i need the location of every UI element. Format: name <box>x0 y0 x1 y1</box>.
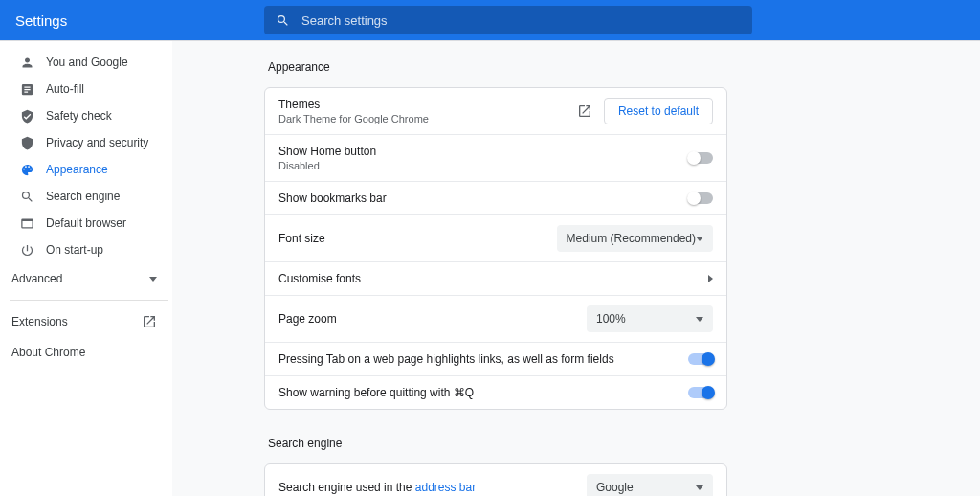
zoom-value: 100% <box>596 312 626 326</box>
quit-toggle[interactable] <box>688 387 713 398</box>
search-icon <box>276 13 290 28</box>
open-external-icon <box>142 314 157 329</box>
sidebar-advanced[interactable]: Advanced <box>0 263 172 294</box>
chevron-down-icon <box>149 277 157 282</box>
power-icon <box>19 242 34 258</box>
autofill-icon <box>19 81 34 97</box>
sidebar: You and Google Auto-fill Safety check Pr… <box>0 41 172 496</box>
section-title-appearance: Appearance <box>268 60 980 74</box>
search-container[interactable] <box>264 6 752 34</box>
chevron-down-icon <box>696 485 703 490</box>
sidebar-item-startup[interactable]: On start-up <box>0 237 165 263</box>
bookmarks-label: Show bookmarks bar <box>278 192 688 205</box>
zoom-select[interactable]: 100% <box>587 305 713 332</box>
row-quit-warning: Show warning before quitting with ⌘Q <box>265 375 726 409</box>
sidebar-extensions-label: Extensions <box>11 315 68 328</box>
search-input[interactable] <box>301 13 741 28</box>
fontsize-label: Font size <box>278 232 557 245</box>
address-bar-link[interactable]: address bar <box>415 481 476 494</box>
sidebar-item-default-browser[interactable]: Default browser <box>0 210 165 237</box>
chevron-down-icon <box>696 317 703 322</box>
row-page-zoom: Page zoom 100% <box>265 295 726 342</box>
quit-label: Show warning before quitting with ⌘Q <box>278 386 688 399</box>
themes-sub: Dark Theme for Google Chrome <box>278 113 577 124</box>
sidebar-item-label: Search engine <box>46 190 120 203</box>
zoom-label: Page zoom <box>278 312 587 326</box>
sidebar-item-label: You and Google <box>46 56 128 69</box>
person-icon <box>19 55 34 70</box>
sidebar-about-label: About Chrome <box>11 346 85 359</box>
section-title-search: Search engine <box>268 437 980 450</box>
search-engine-value: Google <box>596 481 634 494</box>
sidebar-item-privacy[interactable]: Privacy and security <box>0 129 165 156</box>
shield-icon <box>19 135 34 150</box>
search-icon <box>19 189 34 204</box>
main-content: Appearance Themes Dark Theme for Google … <box>172 41 980 496</box>
chevron-down-icon <box>696 237 703 241</box>
shield-check-icon <box>19 108 34 124</box>
sidebar-about[interactable]: About Chrome <box>0 337 172 368</box>
sidebar-item-appearance[interactable]: Appearance <box>0 156 165 183</box>
fontsize-select[interactable]: Medium (Recommended) <box>557 225 713 252</box>
home-toggle[interactable] <box>688 152 713 164</box>
palette-icon <box>19 162 34 177</box>
tab-toggle[interactable] <box>688 353 713 365</box>
chevron-right-icon <box>708 275 713 282</box>
sidebar-item-safety-check[interactable]: Safety check <box>0 102 165 129</box>
customfonts-label: Customise fonts <box>278 272 708 285</box>
themes-label: Themes <box>278 98 577 111</box>
sidebar-item-label: Appearance <box>46 163 108 176</box>
browser-icon <box>19 215 34 231</box>
sidebar-item-label: Default browser <box>46 216 126 230</box>
sidebar-item-label: Privacy and security <box>46 136 148 149</box>
sidebar-item-label: Auto-fill <box>46 82 84 96</box>
row-font-size: Font size Medium (Recommended) <box>265 214 726 261</box>
sidebar-item-label: Safety check <box>46 109 112 123</box>
sidebar-item-search-engine[interactable]: Search engine <box>0 183 165 210</box>
fontsize-value: Medium (Recommended) <box>567 232 696 245</box>
search-used-prefix: Search engine used in the <box>278 481 415 494</box>
search-card: Search engine used in the address bar Go… <box>264 463 727 496</box>
sidebar-item-label: On start-up <box>46 243 103 257</box>
open-external-icon[interactable] <box>577 103 592 119</box>
row-home-button: Show Home button Disabled <box>265 134 726 181</box>
home-label: Show Home button <box>278 145 688 158</box>
header: Settings <box>0 0 980 40</box>
search-engine-select[interactable]: Google <box>587 474 713 496</box>
appearance-card: Themes Dark Theme for Google Chrome Rese… <box>264 87 727 410</box>
tab-label: Pressing Tab on a web page highlights li… <box>278 352 688 366</box>
row-themes[interactable]: Themes Dark Theme for Google Chrome Rese… <box>265 88 726 134</box>
bookmarks-toggle[interactable] <box>688 192 713 204</box>
row-bookmarks-bar: Show bookmarks bar <box>265 181 726 214</box>
sidebar-item-you-and-google[interactable]: You and Google <box>0 49 165 76</box>
row-custom-fonts[interactable]: Customise fonts <box>265 261 726 295</box>
sidebar-extensions[interactable]: Extensions <box>0 306 172 337</box>
reset-to-default-button[interactable]: Reset to default <box>604 98 713 124</box>
home-sub: Disabled <box>278 160 688 171</box>
sidebar-divider <box>10 300 168 301</box>
page-title: Settings <box>15 12 264 29</box>
sidebar-item-autofill[interactable]: Auto-fill <box>0 76 165 102</box>
row-search-engine-used: Search engine used in the address bar Go… <box>265 464 726 496</box>
sidebar-advanced-label: Advanced <box>11 272 62 285</box>
row-tab-highlight: Pressing Tab on a web page highlights li… <box>265 342 726 375</box>
